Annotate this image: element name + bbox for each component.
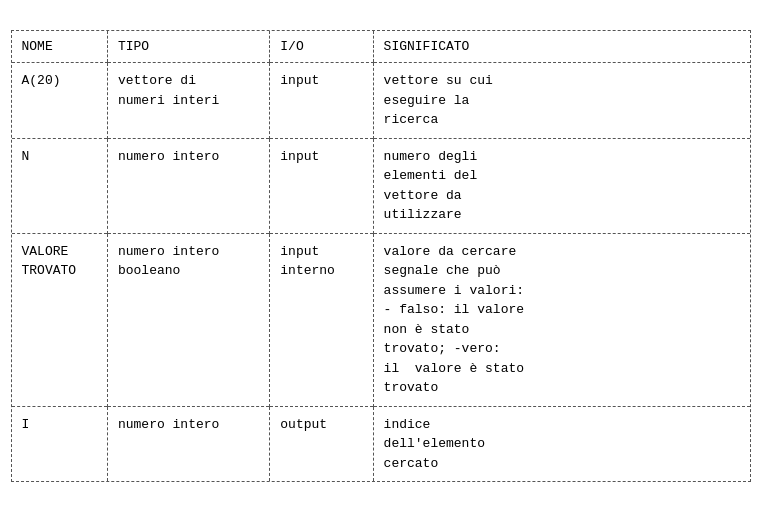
cell-tipo-0: vettore di numeri interi [107, 63, 269, 139]
cell-nome-0: A(20) [12, 63, 108, 139]
cell-nome-2: VALORE TROVATO [12, 233, 108, 406]
header-io: I/O [270, 31, 373, 63]
cell-significato-0: vettore su cui eseguire la ricerca [373, 63, 749, 139]
cell-tipo-1: numero intero [107, 138, 269, 233]
cell-significato-2: valore da cercare segnale che può assume… [373, 233, 749, 406]
cell-nome-3: I [12, 406, 108, 481]
cell-io-2: input interno [270, 233, 373, 406]
cell-io-1: input [270, 138, 373, 233]
data-table: NOME TIPO I/O SIGNIFICATO A(20)vettore d… [11, 30, 751, 483]
cell-io-3: output [270, 406, 373, 481]
cell-tipo-2: numero intero booleano [107, 233, 269, 406]
cell-tipo-3: numero intero [107, 406, 269, 481]
table-row: A(20)vettore di numeri interiinputvettor… [12, 63, 750, 139]
header-nome: NOME [12, 31, 108, 63]
cell-io-0: input [270, 63, 373, 139]
table-row: Nnumero interoinputnumero degli elementi… [12, 138, 750, 233]
table-row: VALORE TROVATOnumero intero booleanoinpu… [12, 233, 750, 406]
header-significato: SIGNIFICATO [373, 31, 749, 63]
table-row: Inumero interooutputindice dell'elemento… [12, 406, 750, 481]
cell-significato-1: numero degli elementi del vettore da uti… [373, 138, 749, 233]
cell-significato-3: indice dell'elemento cercato [373, 406, 749, 481]
cell-nome-1: N [12, 138, 108, 233]
header-tipo: TIPO [107, 31, 269, 63]
